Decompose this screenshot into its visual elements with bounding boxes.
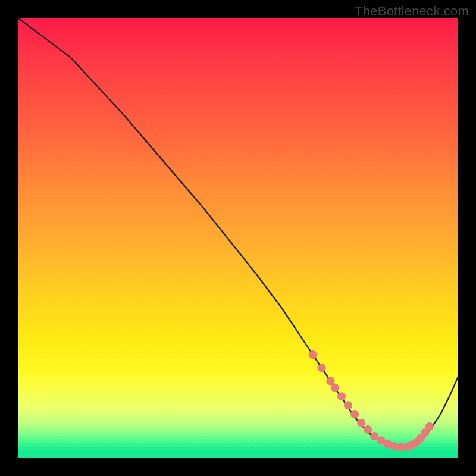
marker-dot <box>331 384 339 392</box>
watermark-text: TheBottleneck.com <box>355 4 469 19</box>
marker-dot <box>425 422 434 431</box>
marker-dot <box>318 364 326 372</box>
marker-dot <box>357 419 365 427</box>
chart-plot-area <box>18 18 458 458</box>
marker-dot <box>364 425 372 434</box>
marker-dot <box>350 410 359 418</box>
bottleneck-curve-path <box>18 18 458 447</box>
marker-dot-group <box>309 350 434 451</box>
chart-svg-layer <box>18 18 458 458</box>
marker-dot <box>309 350 317 359</box>
marker-dot <box>337 392 346 400</box>
marker-dot <box>344 401 352 409</box>
